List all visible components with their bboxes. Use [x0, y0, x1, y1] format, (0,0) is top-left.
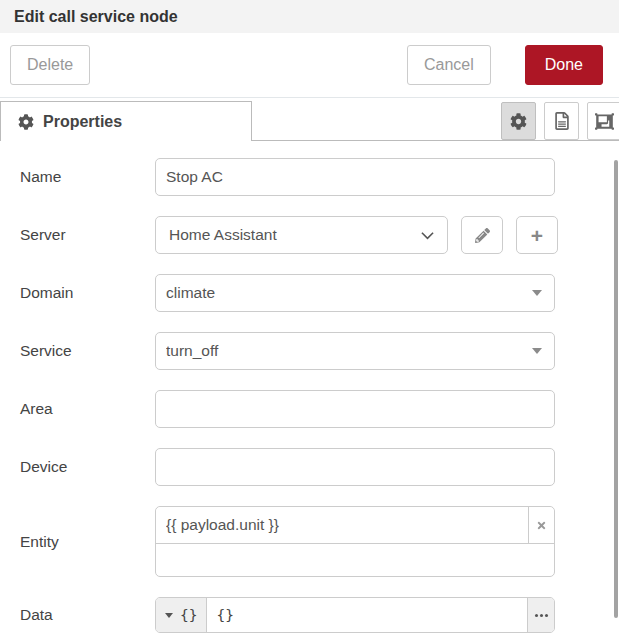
- pencil-icon: [475, 228, 490, 243]
- plus-icon: +: [531, 225, 543, 246]
- area-label: Area: [20, 390, 155, 428]
- tab-properties[interactable]: Properties: [0, 101, 252, 141]
- description-tab-button[interactable]: [544, 102, 579, 140]
- name-label: Name: [20, 158, 155, 196]
- add-server-button[interactable]: +: [516, 216, 558, 254]
- properties-form: Name Server Home Assistant + Domain: [0, 141, 619, 633]
- gear-icon: [510, 113, 527, 130]
- caret-down-icon: [165, 613, 173, 618]
- tab-icon-buttons: [501, 102, 619, 140]
- type-select-button[interactable]: {}: [156, 598, 207, 632]
- entity-list: [155, 506, 555, 577]
- edit-server-button[interactable]: [461, 216, 503, 254]
- server-label: Server: [20, 216, 155, 254]
- tab-properties-label: Properties: [43, 113, 122, 131]
- service-input[interactable]: [155, 332, 555, 370]
- server-select-value: Home Assistant: [169, 226, 277, 244]
- service-label: Service: [20, 332, 155, 370]
- name-row: Name: [20, 158, 619, 196]
- close-icon: [536, 520, 547, 531]
- device-row: Device: [20, 448, 619, 486]
- server-row: Server Home Assistant +: [20, 216, 619, 254]
- remove-entity-button[interactable]: [528, 507, 554, 543]
- ellipsis-icon: [535, 614, 538, 617]
- service-row: Service: [20, 332, 619, 370]
- data-value-field[interactable]: {}: [207, 598, 527, 632]
- name-input[interactable]: [155, 158, 555, 196]
- object-group-icon: [595, 112, 614, 131]
- vertical-scrollbar[interactable]: [614, 160, 618, 618]
- service-combo: [155, 332, 555, 370]
- data-row: Data {} {}: [20, 597, 619, 633]
- tray-toolbar: Delete Cancel Done: [0, 33, 619, 98]
- area-input[interactable]: [155, 390, 555, 428]
- properties-tab-button[interactable]: [501, 102, 536, 140]
- device-label: Device: [20, 448, 155, 486]
- data-label: Data: [20, 597, 155, 633]
- ellipsis-icon: [540, 614, 543, 617]
- chevron-down-icon: [421, 231, 434, 240]
- expand-editor-button[interactable]: [527, 598, 554, 632]
- data-typed-input: {} {}: [155, 597, 555, 633]
- appearance-tab-button[interactable]: [587, 102, 619, 140]
- entity-label: Entity: [20, 506, 155, 577]
- delete-button[interactable]: Delete: [10, 45, 90, 85]
- dialog-title: Edit call service node: [0, 0, 619, 33]
- document-icon: [555, 112, 569, 130]
- gear-icon: [18, 114, 34, 130]
- json-type-icon: {}: [180, 607, 197, 623]
- entity-list-empty-area: [156, 544, 554, 576]
- entity-input[interactable]: [156, 507, 528, 543]
- domain-row: Domain: [20, 274, 619, 312]
- domain-combo: [155, 274, 555, 312]
- server-controls: Home Assistant +: [155, 216, 558, 254]
- area-row: Area: [20, 390, 619, 428]
- ellipsis-icon: [545, 614, 548, 617]
- server-select[interactable]: Home Assistant: [155, 216, 448, 254]
- cancel-button[interactable]: Cancel: [407, 45, 491, 85]
- entity-list-item: [156, 507, 554, 544]
- device-input[interactable]: [155, 448, 555, 486]
- data-value: {}: [216, 607, 233, 623]
- toolbar-right-group: Cancel Done: [407, 45, 603, 85]
- tab-bar: Properties: [0, 98, 619, 141]
- done-button[interactable]: Done: [525, 45, 603, 85]
- caret-down-icon[interactable]: [532, 348, 542, 354]
- caret-down-icon[interactable]: [532, 290, 542, 296]
- domain-label: Domain: [20, 274, 155, 312]
- entity-row: Entity: [20, 506, 619, 577]
- domain-input[interactable]: [155, 274, 555, 312]
